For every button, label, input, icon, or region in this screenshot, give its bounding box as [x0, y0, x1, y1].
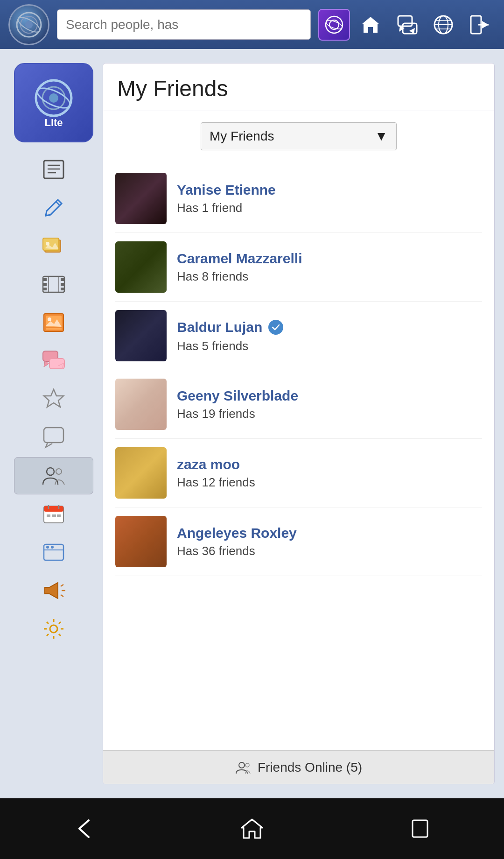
search-input[interactable]: [66, 17, 302, 32]
list-item[interactable]: Caramel Mazzarelli Has 8 friends: [115, 233, 482, 302]
sidebar-item-messages[interactable]: [14, 342, 93, 380]
svg-point-2: [25, 21, 33, 28]
back-button[interactable]: [65, 810, 103, 847]
sidebar-item-settings[interactable]: [14, 610, 93, 648]
home-button[interactable]: [233, 810, 271, 847]
friend-count: Has 8 friends: [177, 269, 482, 284]
svg-rect-53: [52, 514, 56, 517]
chevron-down-icon: ▼: [375, 129, 388, 144]
world-icon-btn[interactable]: [427, 9, 459, 41]
svg-rect-74: [413, 820, 427, 837]
sidebar-item-calendar[interactable]: [14, 495, 93, 533]
panel-body: My Friends ▼ Yanise Etienne Has 1 friend: [103, 111, 494, 750]
dropdown-container: My Friends ▼: [115, 122, 482, 150]
svg-line-25: [56, 202, 60, 205]
friends-filter-dropdown[interactable]: My Friends ▼: [201, 122, 397, 150]
svg-point-6: [325, 19, 343, 30]
home-icon-btn[interactable]: [355, 9, 386, 41]
top-bar: [0, 0, 504, 49]
svg-point-62: [50, 625, 57, 633]
friends-list: Yanise Etienne Has 1 friend Caramel Mazz…: [115, 164, 482, 576]
svg-line-61: [61, 595, 63, 597]
svg-line-59: [61, 584, 63, 586]
svg-rect-35: [61, 288, 64, 290]
list-item[interactable]: Baldur Lujan Has 5 friends: [115, 302, 482, 370]
sidebar-item-film[interactable]: [14, 266, 93, 303]
sidebar-item-friends[interactable]: [14, 457, 93, 494]
svg-point-72: [239, 762, 245, 768]
app-logo[interactable]: [8, 4, 49, 45]
chat-icon-btn[interactable]: [391, 9, 423, 41]
avatar: [115, 447, 167, 499]
friend-info: zaza moo Has 12 friends: [177, 457, 482, 490]
logout-icon-btn[interactable]: [464, 9, 496, 41]
sidebar-item-chat[interactable]: [14, 419, 93, 456]
svg-line-71: [47, 634, 49, 636]
svg-marker-44: [44, 389, 63, 407]
svg-point-40: [48, 317, 51, 321]
special-app-icon[interactable]: [318, 9, 350, 41]
svg-point-73: [245, 763, 249, 767]
sidebar-item-browser[interactable]: [14, 534, 93, 571]
svg-point-46: [47, 468, 54, 475]
sidebar-item-media[interactable]: [14, 304, 93, 341]
svg-point-4: [326, 16, 343, 33]
sidebar-item-favorites[interactable]: [14, 380, 93, 418]
friend-name: Baldur Lujan: [177, 318, 482, 336]
bottom-nav: [0, 798, 504, 859]
avatar: [115, 173, 167, 224]
svg-rect-7: [398, 16, 412, 26]
sidebar-item-edit[interactable]: [14, 189, 93, 226]
friend-info: Geeny Silverblade Has 19 friends: [177, 388, 482, 421]
friends-online-icon: [235, 760, 251, 775]
main-layout: LIte: [0, 49, 504, 798]
avatar: [115, 379, 167, 430]
friends-online-label: Friends Online (5): [258, 760, 362, 775]
friends-online-bar[interactable]: Friends Online (5): [103, 750, 494, 784]
search-bar[interactable]: [57, 9, 311, 40]
panel-header: My Friends: [103, 63, 494, 111]
svg-rect-32: [43, 288, 47, 290]
avatar: [115, 241, 167, 293]
friend-name: Caramel Mazzarelli: [177, 251, 482, 267]
dropdown-value: My Friends: [210, 129, 274, 144]
friend-count: Has 1 friend: [177, 201, 482, 215]
friend-count: Has 36 friends: [177, 544, 482, 558]
friend-info: Caramel Mazzarelli Has 8 friends: [177, 251, 482, 284]
friend-name: zaza moo: [177, 457, 482, 472]
friend-count: Has 19 friends: [177, 407, 482, 421]
svg-rect-34: [61, 283, 64, 286]
friend-name: Geeny Silverblade: [177, 388, 482, 404]
list-item[interactable]: Geeny Silverblade Has 19 friends: [115, 370, 482, 439]
sidebar-item-announce[interactable]: [14, 572, 93, 609]
sidebar-item-photos[interactable]: [14, 227, 93, 265]
sidebar-app-icon[interactable]: LIte: [14, 63, 93, 142]
svg-point-58: [51, 546, 54, 549]
svg-rect-30: [43, 278, 47, 281]
list-item[interactable]: Angeleyes Roxley Has 36 friends: [115, 507, 482, 576]
svg-rect-49: [44, 506, 63, 512]
friend-count: Has 5 friends: [177, 339, 482, 353]
svg-point-47: [56, 469, 62, 474]
friend-name: Yanise Etienne: [177, 182, 482, 198]
friend-info: Yanise Etienne Has 1 friend: [177, 182, 482, 215]
friend-count: Has 12 friends: [177, 475, 482, 490]
avatar: [115, 516, 167, 567]
sidebar-item-news[interactable]: [14, 151, 93, 188]
friend-name: Angeleyes Roxley: [177, 525, 482, 541]
avatar: [115, 310, 167, 361]
top-bar-icons: [318, 9, 496, 41]
svg-rect-31: [43, 283, 47, 286]
content-panel: My Friends My Friends ▼ Yanise Etienne H…: [103, 63, 495, 784]
friend-info: Angeleyes Roxley Has 36 friends: [177, 525, 482, 558]
svg-line-70: [59, 622, 61, 624]
svg-rect-45: [44, 428, 63, 443]
svg-text:LIte: LIte: [44, 117, 63, 128]
svg-line-69: [59, 634, 61, 636]
recents-button[interactable]: [401, 810, 439, 847]
svg-rect-52: [47, 514, 50, 517]
list-item[interactable]: Yanise Etienne Has 1 friend: [115, 164, 482, 233]
list-item[interactable]: zaza moo Has 12 friends: [115, 439, 482, 507]
svg-rect-41: [46, 328, 62, 330]
verified-badge: [267, 318, 285, 336]
